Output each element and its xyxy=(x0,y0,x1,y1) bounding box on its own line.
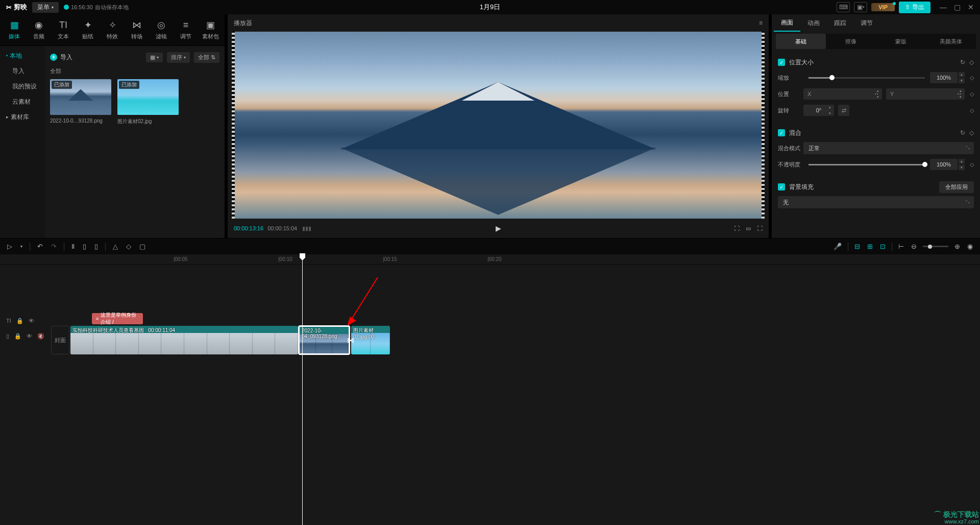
check-icon[interactable]: ✓ xyxy=(778,59,785,66)
tab-text[interactable]: TI文本 xyxy=(51,16,76,44)
lock-icon[interactable]: 🔒 xyxy=(16,318,23,324)
opacity-value[interactable]: 100% xyxy=(930,159,958,170)
play-button[interactable]: ▶ xyxy=(496,224,501,232)
filter-button[interactable]: 全部 ⇅ xyxy=(194,52,219,63)
player-menu-icon[interactable]: ≡ xyxy=(759,19,763,27)
playhead[interactable] xyxy=(302,254,303,525)
video-clip-3[interactable]: 图片素材02.jpg 00: xyxy=(351,326,390,354)
tab-track[interactable]: 跟踪 xyxy=(827,14,853,32)
sort-button[interactable]: 排序 ▾ xyxy=(167,52,190,63)
keyframe-icon[interactable]: ◇ xyxy=(969,129,974,136)
tab-sticker[interactable]: ✦贴纸 xyxy=(76,16,100,44)
cover-button[interactable]: 封面 xyxy=(51,326,69,354)
rotate-icon[interactable]: ◇ xyxy=(125,242,132,251)
mic-icon[interactable]: 🎤 xyxy=(832,242,843,251)
sidebar-local[interactable]: •本地 xyxy=(0,48,45,63)
vip-button[interactable]: VIP xyxy=(871,3,895,11)
visibility-icon[interactable]: 👁 xyxy=(29,318,34,324)
scale-slider[interactable] xyxy=(808,77,925,79)
align-icon[interactable]: ⊢ xyxy=(897,242,905,251)
tab-effect[interactable]: ✧特效 xyxy=(100,16,125,44)
reset-icon[interactable]: ↻ xyxy=(960,129,965,136)
keyframe-icon[interactable]: ◇ xyxy=(969,59,974,66)
layout-icon[interactable]: ▣ ▾ xyxy=(854,2,867,12)
keyframe-icon[interactable]: ◇ xyxy=(970,75,974,81)
sidebar-preset[interactable]: 我的预设 xyxy=(0,79,45,94)
video-clip-2[interactable]: 2022-10-04_093128.png xyxy=(299,326,350,354)
focus-icon[interactable]: ⛶ xyxy=(734,225,740,232)
crop-icon[interactable]: ▢ xyxy=(138,242,146,251)
tab-picture[interactable]: 画面 xyxy=(774,14,800,32)
timeline[interactable]: |00:05 |00:10 |00:15 |00:20 TI 🔒 👁 ≡这里是举… xyxy=(0,254,980,525)
preview-icon[interactable]: ⊡ xyxy=(879,242,887,251)
zoom-fit-icon[interactable]: ◉ xyxy=(966,242,974,251)
zoom-out-icon[interactable]: ⊖ xyxy=(910,242,918,251)
mirror-button[interactable]: ⇄ xyxy=(838,105,849,116)
media-thumb[interactable]: 已添加 2022-10-0…93128.png xyxy=(50,79,111,125)
delete-left-icon[interactable]: ▯ xyxy=(82,242,87,251)
volume-bars-icon[interactable]: ▮▮▮ xyxy=(302,225,311,232)
tab-animation[interactable]: 动画 xyxy=(800,14,827,32)
keyframe-icon[interactable]: ◇ xyxy=(970,161,974,168)
tab-filter[interactable]: ◎滤镜 xyxy=(149,16,174,44)
select-dropdown-icon[interactable]: ▾ xyxy=(19,243,23,250)
keyboard-icon[interactable]: ⌨ xyxy=(837,2,850,12)
video-clip-1[interactable]: 实拍科技科研技术人员查看基因 00:00:11:04 xyxy=(70,326,298,354)
blend-mode-select[interactable]: 正常 xyxy=(803,142,974,154)
pos-x-input[interactable]: X0▴▾ xyxy=(803,88,882,100)
maximize-icon[interactable]: ▢ xyxy=(954,3,961,11)
delete-right-icon[interactable]: ▯ xyxy=(93,242,99,251)
import-button[interactable]: +导入 xyxy=(50,53,72,62)
subtab-mask[interactable]: 蒙版 xyxy=(876,34,926,49)
menu-button[interactable]: 菜单▾ xyxy=(32,2,59,13)
tab-transition[interactable]: ⋈转场 xyxy=(125,16,149,44)
tab-media[interactable]: ▦媒体 xyxy=(2,16,27,44)
snap-icon[interactable]: ⊟ xyxy=(853,242,861,251)
mute-icon[interactable]: 🔇 xyxy=(37,333,44,340)
rotate-input[interactable]: 0°▴▾ xyxy=(803,105,834,116)
close-icon[interactable]: ✕ xyxy=(968,3,974,11)
opacity-spinner[interactable]: ▴▾ xyxy=(959,158,965,171)
zoom-slider[interactable] xyxy=(923,246,948,247)
view-mode-button[interactable]: ▦ ▾ xyxy=(146,53,163,62)
subtab-beauty[interactable]: 美颜美体 xyxy=(926,34,976,49)
tab-pack[interactable]: ▣素材包 xyxy=(198,16,223,44)
export-button[interactable]: ⇧导出 xyxy=(899,2,930,13)
bg-fill-select[interactable]: 无 xyxy=(778,196,974,208)
link-icon[interactable]: ⊞ xyxy=(866,242,874,251)
split-icon[interactable]: Ⅱ xyxy=(70,242,76,251)
mirror-icon[interactable]: △ xyxy=(112,242,119,251)
sidebar-import[interactable]: 导入 xyxy=(0,63,45,79)
media-thumb[interactable]: 已添加 图片素材02.jpg xyxy=(117,79,179,125)
check-icon[interactable]: ✓ xyxy=(778,129,785,136)
subtab-basic[interactable]: 基础 xyxy=(776,34,826,49)
sidebar-library[interactable]: ▸素材库 xyxy=(0,109,45,125)
scale-spinner[interactable]: ▴▾ xyxy=(959,71,965,84)
player-viewport[interactable] xyxy=(232,32,765,219)
text-clip[interactable]: ≡这里是举例身份介绍 / xyxy=(92,313,143,324)
pos-y-input[interactable]: Y0▴▾ xyxy=(886,88,965,100)
tab-adjust2[interactable]: 调节 xyxy=(853,14,880,32)
minimize-icon[interactable]: — xyxy=(940,3,947,11)
zoom-in-icon[interactable]: ⊕ xyxy=(953,242,961,251)
subtab-cutout[interactable]: 抠像 xyxy=(826,34,876,49)
lock-icon[interactable]: 🔒 xyxy=(14,333,21,340)
keyframe-icon[interactable]: ◇ xyxy=(970,107,974,114)
fullscreen-icon[interactable]: ⛶ xyxy=(757,225,763,232)
tab-audio[interactable]: ◉音频 xyxy=(27,16,51,44)
transition-icon[interactable]: ⋈ xyxy=(347,326,354,354)
ratio-icon[interactable]: ▭ xyxy=(746,225,751,232)
reset-icon[interactable]: ↻ xyxy=(960,59,965,66)
sidebar-cloud[interactable]: 云素材 xyxy=(0,94,45,109)
visibility-icon[interactable]: 👁 xyxy=(27,333,32,339)
apply-all-button[interactable]: 全部应用 xyxy=(939,181,974,193)
tab-adjust[interactable]: ≡调节 xyxy=(174,16,198,44)
timeline-ruler[interactable]: |00:05 |00:10 |00:15 |00:20 xyxy=(0,254,980,265)
scale-value[interactable]: 100% xyxy=(930,72,958,83)
check-icon[interactable]: ✓ xyxy=(778,183,785,190)
opacity-slider[interactable] xyxy=(808,164,925,165)
undo-icon[interactable]: ↶ xyxy=(36,242,44,251)
select-tool-icon[interactable]: ▷ xyxy=(6,242,13,251)
keyframe-icon[interactable]: ◇ xyxy=(970,91,974,98)
redo-icon[interactable]: ↷ xyxy=(50,242,58,251)
